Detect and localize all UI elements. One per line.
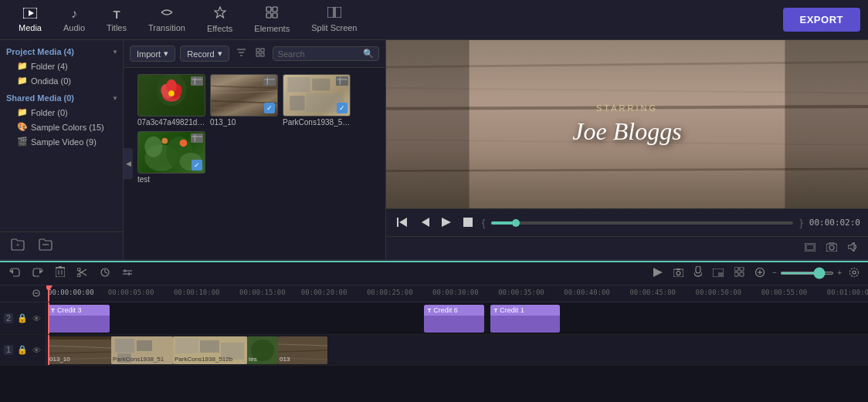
- bracket-open-icon: {: [482, 217, 485, 228]
- prev-frame-button[interactable]: [417, 215, 432, 231]
- tl-add-btn[interactable]: [752, 265, 768, 281]
- svg-line-28: [212, 91, 277, 93]
- ondida-label: Ondida (0): [31, 76, 71, 86]
- video-clip-013b[interactable]: 013: [278, 336, 327, 364]
- tree-item-sample-colors[interactable]: 🎨 Sample Colors (15): [0, 120, 123, 134]
- main-area: Project Media (4) ▼ 📁 Folder (4) 📁 Ondid…: [0, 40, 868, 259]
- snapshot-button[interactable]: [825, 241, 839, 255]
- video-clip-test[interactable]: tes: [247, 336, 278, 364]
- track-lock-button[interactable]: 🔒: [16, 312, 29, 324]
- media-grid-container: ◀: [124, 68, 385, 259]
- new-folder-button[interactable]: +: [8, 237, 28, 255]
- tree-item-ondida[interactable]: 📁 Ondida (0): [0, 73, 123, 88]
- svg-rect-3: [266, 7, 271, 12]
- stop-button[interactable]: [460, 215, 476, 231]
- media-thumb-oldphoto[interactable]: ✓ ParkCons1938_512...: [283, 74, 351, 127]
- filter-icon[interactable]: [234, 46, 249, 61]
- video-clip-parkcons1[interactable]: ParkCons1938_51: [111, 336, 173, 364]
- ondida-folder-icon: 📁: [17, 76, 28, 86]
- tree-item-sample-video[interactable]: 🎬 Sample Video (9): [0, 134, 123, 149]
- clip-speed-button[interactable]: [97, 265, 113, 281]
- tree-item-folder0[interactable]: 📁 Folder (0): [0, 105, 123, 120]
- tl-mic-btn[interactable]: [691, 265, 705, 281]
- svg-rect-114: [137, 340, 152, 351]
- nav-item-splitscreen[interactable]: Split Screen: [300, 4, 368, 35]
- tl-pip-btn[interactable]: [710, 265, 727, 281]
- svg-marker-68: [848, 242, 854, 252]
- tl-grid-btn[interactable]: [731, 265, 748, 281]
- clip-credit1[interactable]: T Credit 1: [490, 305, 560, 333]
- import-button[interactable]: Import ▾: [130, 46, 175, 62]
- track-eye-button[interactable]: 👁: [32, 313, 42, 324]
- svg-rect-24: [191, 76, 203, 86]
- timeline-ruler: 00:00:00:00 00:00:05:00 00:00:10:00 00:0…: [0, 285, 868, 302]
- preview-background: STARRING Joe Bloggs: [386, 40, 868, 208]
- video-track-lock-button[interactable]: 🔒: [16, 344, 29, 356]
- nav-effects-label: Effects: [207, 24, 232, 33]
- media-thumb-plant[interactable]: ✓ test: [137, 131, 205, 184]
- media-thumb-flower[interactable]: 07a3c47a49821d5...: [137, 74, 205, 127]
- nav-item-elements[interactable]: Elements: [243, 3, 300, 36]
- audio-adjust-button[interactable]: [119, 265, 136, 281]
- grid-view-icon[interactable]: [253, 46, 268, 61]
- record-chevron-icon: ▾: [218, 49, 222, 59]
- export-button[interactable]: EXPORT: [783, 8, 860, 32]
- clip-credit3[interactable]: T Credit 3: [48, 305, 110, 333]
- tree-item-folder4[interactable]: 📁 Folder (4): [0, 59, 123, 73]
- back-to-start-button[interactable]: [394, 215, 411, 231]
- elements-icon: [266, 6, 278, 22]
- video-track-eye-button[interactable]: 👁: [32, 345, 42, 356]
- search-input[interactable]: [278, 49, 360, 59]
- svg-rect-96: [718, 272, 723, 276]
- undo-button[interactable]: [6, 265, 23, 281]
- tl-snapshot-btn[interactable]: [670, 265, 687, 281]
- bottom-section: − +: [0, 259, 868, 402]
- collapse-left-icon: ◀: [126, 160, 131, 167]
- folder-icon: 📁: [17, 61, 28, 71]
- cut-button[interactable]: [74, 265, 91, 281]
- fullscreen-button[interactable]: [803, 241, 817, 255]
- shared-media-heading[interactable]: Shared Media (0) ▼: [0, 91, 123, 105]
- link-toggle-button[interactable]: [31, 289, 42, 299]
- titles-icon: T: [113, 8, 120, 21]
- nav-titles-label: Titles: [107, 23, 127, 32]
- tl-play-btn[interactable]: [650, 265, 666, 281]
- thumb-oldphoto-label: ParkCons1938_512...: [283, 118, 351, 127]
- thumb-plant-check: ✓: [192, 160, 202, 171]
- zoom-slider[interactable]: [780, 272, 834, 275]
- nav-item-effects[interactable]: Effects: [196, 3, 243, 36]
- record-button[interactable]: Record ▾: [180, 46, 229, 62]
- nav-item-titles[interactable]: T Titles: [96, 5, 137, 35]
- timeline-toolbar: − +: [0, 261, 868, 285]
- svg-point-46: [161, 138, 168, 144]
- track1-num: 1: [4, 345, 13, 355]
- svg-point-104: [853, 271, 856, 274]
- tl-settings-btn[interactable]: [846, 265, 862, 281]
- delete-button[interactable]: [53, 265, 68, 281]
- svg-text:+: +: [16, 242, 20, 248]
- delete-folder-button[interactable]: [36, 237, 56, 255]
- volume-button[interactable]: [846, 241, 860, 255]
- svg-rect-4: [273, 7, 277, 12]
- clip-credit6[interactable]: T Credit 6: [424, 305, 484, 333]
- svg-rect-8: [335, 7, 341, 18]
- video-clip-parkcons2[interactable]: ParkCons1938_512b: [173, 336, 247, 364]
- redo-button[interactable]: [29, 265, 46, 281]
- progress-bar[interactable]: [491, 221, 793, 225]
- nav-item-transition[interactable]: Transition: [137, 4, 196, 35]
- svg-rect-98: [740, 267, 744, 271]
- title-track-content: T Credit 3 T Credit 6: [46, 302, 868, 334]
- thumb-oldphoto-img: ✓: [283, 74, 351, 117]
- svg-marker-61: [422, 218, 429, 227]
- zoom-slider-container: − +: [772, 269, 842, 277]
- nav-item-audio[interactable]: ♪ Audio: [53, 4, 96, 35]
- media-thumb-wood[interactable]: ✓ 013_10: [210, 74, 278, 127]
- video-clip-013_10[interactable]: 013_10: [48, 336, 111, 364]
- nav-item-media[interactable]: Media: [8, 5, 53, 35]
- svg-rect-59: [397, 218, 398, 227]
- right-panel: STARRING Joe Bloggs {: [386, 40, 868, 259]
- collapse-left-btn[interactable]: ◀: [124, 148, 133, 179]
- app-container: Media ♪ Audio T Titles Transition Effect…: [0, 0, 868, 402]
- project-media-heading[interactable]: Project Media (4) ▼: [0, 45, 123, 59]
- play-button[interactable]: [439, 215, 454, 231]
